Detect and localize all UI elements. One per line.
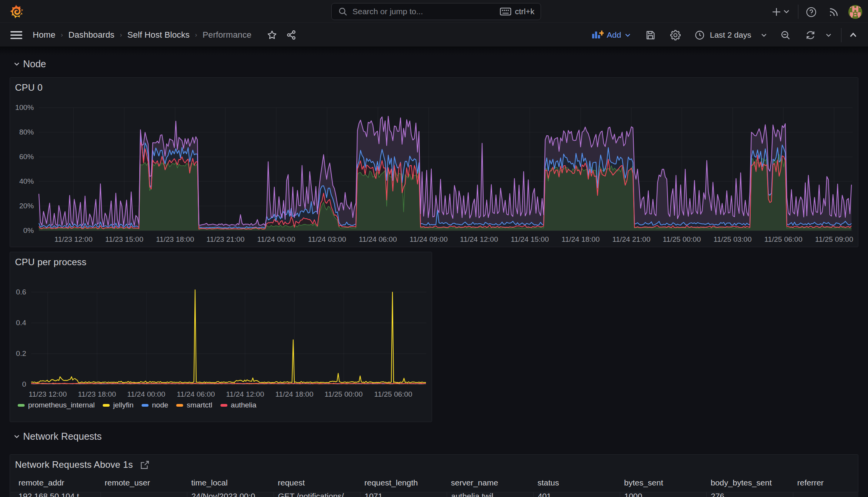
svg-text:11/24 21:00: 11/24 21:00 [613,235,651,243]
svg-text:0.4: 0.4 [16,319,27,327]
svg-text:11/24 03:00: 11/24 03:00 [308,235,346,243]
svg-text:11/24 09:00: 11/24 09:00 [410,235,448,243]
svg-text:11/24 18:00: 11/24 18:00 [275,390,314,398]
svg-text:100%: 100% [15,103,34,111]
svg-text:40%: 40% [19,177,34,185]
svg-text:11/24 18:00: 11/24 18:00 [562,235,600,243]
svg-text:0%: 0% [23,226,34,234]
svg-text:11/23 21:00: 11/23 21:00 [207,235,245,243]
svg-text:0.2: 0.2 [16,349,26,357]
svg-text:20%: 20% [19,202,34,210]
svg-text:11/25 06:00: 11/25 06:00 [765,235,803,243]
svg-text:11/25 00:00: 11/25 00:00 [663,235,701,243]
svg-text:80%: 80% [19,128,34,136]
svg-text:11/23 18:00: 11/23 18:00 [156,235,194,243]
svg-text:11/23 18:00: 11/23 18:00 [78,390,116,398]
svg-text:11/23 12:00: 11/23 12:00 [29,390,67,398]
svg-text:11/24 12:00: 11/24 12:00 [226,390,264,398]
svg-text:11/24 12:00: 11/24 12:00 [460,235,498,243]
svg-text:11/24 15:00: 11/24 15:00 [511,235,549,243]
svg-text:11/25 00:00: 11/25 00:00 [325,390,363,398]
svg-text:0: 0 [22,380,26,388]
svg-text:0.6: 0.6 [16,288,26,296]
svg-text:11/24 00:00: 11/24 00:00 [127,390,165,398]
svg-text:11/25 06:00: 11/25 06:00 [374,390,412,398]
svg-text:11/23 12:00: 11/23 12:00 [55,235,93,243]
svg-text:11/24 06:00: 11/24 06:00 [177,390,215,398]
svg-text:11/23 15:00: 11/23 15:00 [105,235,144,243]
svg-text:11/24 00:00: 11/24 00:00 [257,235,295,243]
svg-text:11/25 09:00: 11/25 09:00 [815,235,853,243]
svg-text:60%: 60% [19,153,34,161]
svg-text:11/24 06:00: 11/24 06:00 [359,235,397,243]
svg-text:11/25 03:00: 11/25 03:00 [714,235,752,243]
